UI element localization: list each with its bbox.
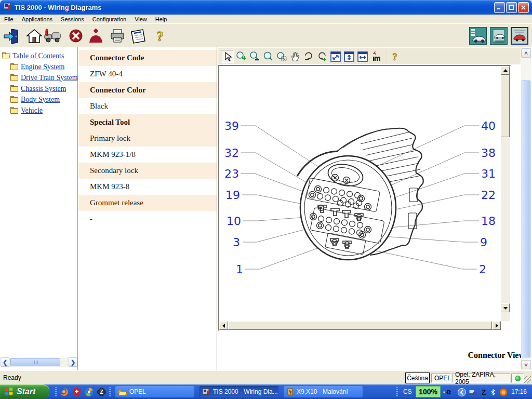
detail-row: ZFW 40-4 — [78, 66, 217, 82]
taskbar-button-opel[interactable]: OPEL — [115, 386, 194, 397]
zoom-level-indicator[interactable]: 100% — [416, 386, 441, 397]
tis-app-icon — [203, 388, 210, 395]
menu-file[interactable]: File — [0, 15, 18, 23]
hide-icons-chevron-icon[interactable] — [457, 388, 466, 396]
zoom-in-icon[interactable] — [234, 50, 247, 63]
zoom-area-icon[interactable] — [275, 50, 288, 63]
minimize-button[interactable] — [494, 2, 505, 13]
detail-row: Connector Color — [78, 82, 217, 98]
taskbar-button-malovani[interactable]: X9,X10 - Malování — [284, 386, 363, 397]
shield-icon[interactable] — [72, 387, 81, 396]
scroll-right-icon[interactable] — [492, 321, 501, 330]
taskbar-divider[interactable] — [55, 387, 57, 396]
status-indicator-cell — [511, 374, 524, 383]
rotate-ccw-icon[interactable] — [315, 50, 328, 63]
scroll-up-icon[interactable]: ˄ — [521, 48, 531, 58]
pan-hand-icon[interactable] — [288, 50, 301, 63]
service-icon[interactable] — [44, 27, 62, 45]
help-icon[interactable]: ? — [151, 27, 169, 45]
pointer-icon[interactable] — [221, 50, 234, 63]
print-icon[interactable] — [108, 27, 127, 45]
scrollbar-thumb[interactable] — [228, 321, 492, 330]
vehicle-lift-button[interactable] — [490, 27, 508, 45]
power-plug-icon[interactable] — [443, 388, 451, 396]
firefox-icon[interactable] — [59, 387, 69, 396]
folder-icon — [10, 74, 19, 81]
rotate-cw-icon[interactable] — [302, 50, 315, 63]
main-toolbar: ? — [0, 24, 532, 47]
vehicle-diagram-button[interactable] — [511, 27, 528, 45]
z-tray-icon[interactable]: Z — [479, 388, 488, 396]
highlight-icon[interactable] — [369, 50, 382, 63]
scroll-up-icon[interactable] — [501, 66, 510, 75]
paint-app-icon — [287, 388, 294, 395]
canvas-horizontal-scrollbar[interactable] — [219, 321, 501, 330]
taskbar-button-tis2000[interactable]: TIS 2000 - Wiring Dia... — [200, 386, 278, 397]
z-launcher-icon[interactable]: Z — [97, 387, 106, 396]
scrollbar-thumb[interactable] — [522, 81, 530, 357]
maximize-button[interactable] — [506, 2, 517, 13]
menu-view[interactable]: View — [130, 15, 151, 23]
connector-diagram-svg: 39 32 23 19 10 3 1 40 38 31 22 18 9 2 — [219, 66, 501, 321]
fit-page-icon[interactable] — [329, 50, 342, 63]
close-button[interactable] — [518, 2, 529, 13]
connector-face — [300, 156, 396, 260]
pin-label: 23 — [224, 167, 239, 180]
sidebar-item-body-system[interactable]: Body System — [10, 94, 77, 105]
diagram-help-icon[interactable]: ? — [388, 50, 401, 63]
pin-label: 39 — [224, 119, 239, 132]
exit-icon[interactable] — [2, 27, 21, 45]
canvas-vertical-scrollbar[interactable] — [501, 66, 510, 321]
vehicle-list-button[interactable] — [469, 27, 487, 45]
scroll-right-icon[interactable]: ❯ — [69, 357, 77, 367]
sidebar-item-drive-train-system[interactable]: Drive Train System — [10, 72, 77, 83]
user-icon[interactable] — [86, 27, 105, 45]
status-cell-opel: OPEL — [431, 374, 451, 383]
taskbar-divider[interactable] — [109, 387, 111, 396]
start-button[interactable]: Start — [0, 384, 49, 399]
scroll-down-icon[interactable] — [501, 303, 510, 312]
language-tooltip[interactable]: Čeština — [405, 373, 430, 383]
sidebar-item-engine-system[interactable]: Engine System — [10, 61, 77, 72]
scroll-left-icon[interactable] — [219, 321, 228, 330]
menu-configuration[interactable]: Configuration — [88, 15, 130, 23]
taskbar: Start Z OPEL TIS 2000 - Wiring Dia... X9… — [0, 384, 532, 399]
antivirus-icon[interactable] — [499, 388, 508, 396]
scroll-left-icon[interactable]: ❮ — [1, 357, 9, 367]
sidebar-item-vehicle[interactable]: Vehicle — [10, 105, 77, 116]
pane-vertical-scrollbar[interactable]: ˄ ˅ — [521, 48, 531, 369]
sidebar-item-chassis-system[interactable]: Chassis System — [10, 83, 77, 94]
pin-label: 1 — [236, 263, 243, 276]
resize-grip[interactable] — [524, 376, 531, 383]
clock[interactable]: 17:16 — [511, 388, 527, 395]
tree-horizontal-scrollbar[interactable]: ❮ ❯ — [1, 357, 77, 367]
scrollbar-thumb[interactable] — [10, 358, 60, 366]
menu-sessions[interactable]: Sessions — [57, 15, 88, 23]
detail-row: - — [78, 211, 217, 227]
svg-text:?: ? — [392, 51, 397, 62]
zoom-icon[interactable] — [261, 50, 274, 63]
bluetooth-icon[interactable] — [488, 388, 497, 396]
sidebar-item-table-of-contents[interactable]: Table of Contents — [2, 50, 77, 61]
taskbar-button-label: TIS 2000 - Wiring Dia... — [213, 388, 278, 395]
scrollbar-thumb[interactable] — [501, 75, 510, 137]
fit-height-icon[interactable] — [342, 50, 355, 63]
detail-row: Black — [78, 98, 217, 114]
taskbar-button-label: OPEL — [129, 388, 146, 395]
network-status-icon[interactable] — [469, 388, 477, 396]
folder-icon — [10, 85, 19, 92]
language-indicator[interactable]: CS — [403, 388, 412, 395]
zoom-out-icon[interactable] — [248, 50, 261, 63]
detail-row: Primary lock — [78, 130, 217, 147]
menu-help[interactable]: Help — [151, 15, 171, 23]
media-player-icon[interactable] — [84, 387, 94, 396]
home-icon[interactable] — [25, 27, 44, 45]
menu-applications[interactable]: Applications — [18, 15, 57, 23]
connector-drawing[interactable]: 39 32 23 19 10 3 1 40 38 31 22 18 9 2 — [219, 66, 501, 321]
pin-label: 40 — [481, 119, 496, 132]
detail-row: Grommet release — [78, 195, 217, 211]
fit-width-icon[interactable] — [356, 50, 369, 63]
scroll-down-icon[interactable]: ˅ — [521, 360, 531, 369]
news-icon[interactable] — [129, 27, 148, 45]
stop-icon[interactable] — [66, 27, 85, 45]
